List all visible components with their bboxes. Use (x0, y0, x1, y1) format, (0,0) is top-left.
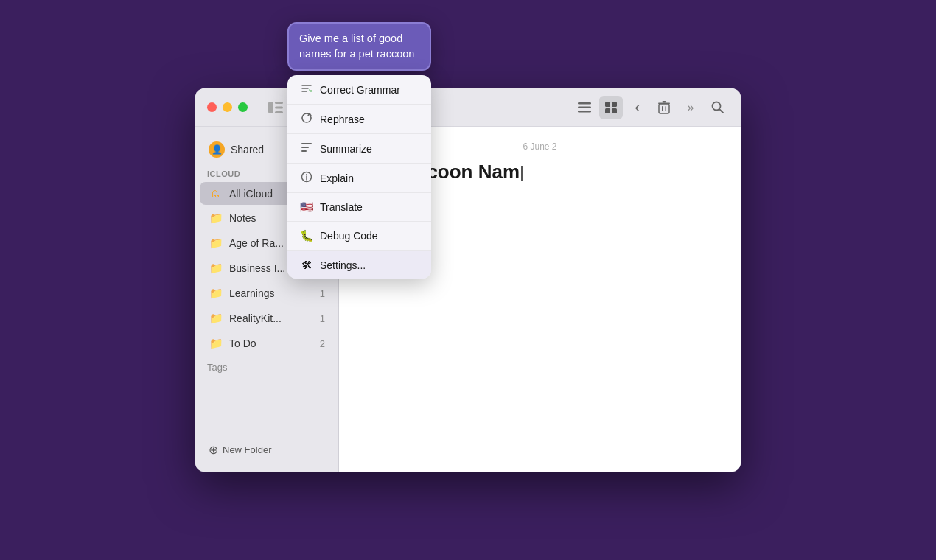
sidebar-toggle-button[interactable] (265, 97, 286, 118)
svg-rect-14 (658, 102, 670, 104)
sidebar-item-learnings[interactable]: 📁 Learnings 1 (200, 281, 334, 305)
svg-rect-1 (275, 102, 283, 104)
sidebar-learnings-count: 1 (315, 288, 325, 299)
folder-icon-todo: 📁 (209, 337, 223, 350)
summarize-item[interactable]: Summarize (287, 134, 431, 164)
rephrase-label: Rephrase (320, 113, 365, 125)
svg-point-22 (306, 174, 307, 175)
ai-input-text[interactable]: Give me a list of good names for a pet r… (299, 31, 419, 62)
translate-icon: 🇺🇸 (299, 200, 314, 214)
sidebar-item-learnings-label: Learnings (229, 287, 309, 299)
debug-code-icon: 🐛 (299, 229, 314, 242)
debug-code-label: Debug Code (320, 230, 378, 242)
rephrase-item[interactable]: Rephrase (287, 105, 431, 134)
text-cursor (521, 166, 523, 181)
svg-rect-15 (663, 101, 666, 103)
svg-rect-3 (275, 111, 283, 113)
toolbar-icons: ‹ » (573, 96, 729, 119)
settings-item[interactable]: 🛠 Settings... (287, 251, 431, 279)
folder-icon-age: 📁 (209, 237, 223, 250)
svg-rect-11 (659, 104, 669, 113)
ai-menu: Correct Grammar Rephrase Summarize (287, 75, 431, 279)
ai-popup: Give me a list of good names for a pet r… (287, 22, 431, 279)
folder-icon-notes: 📁 (209, 211, 223, 225)
delete-button[interactable] (652, 96, 676, 119)
svg-rect-0 (268, 102, 273, 113)
window-body: 👤 Shared 1 iCloud 🗂 All iCloud 70 📁 Note… (195, 127, 741, 472)
svg-rect-19 (301, 147, 309, 148)
more-button[interactable]: » (679, 96, 702, 119)
svg-rect-5 (578, 106, 591, 108)
list-view-button[interactable] (573, 96, 596, 119)
sidebar-todo-count: 2 (315, 338, 325, 349)
sidebar-item-realitykit-label: RealityKit... (229, 312, 309, 324)
svg-rect-9 (605, 108, 610, 113)
new-folder-label: New Folder (223, 444, 271, 455)
summarize-label: Summarize (320, 143, 372, 155)
svg-rect-13 (666, 106, 667, 111)
correct-grammar-item[interactable]: Correct Grammar (287, 75, 431, 105)
svg-rect-12 (662, 106, 663, 111)
explain-item[interactable]: Explain (287, 164, 431, 193)
explain-label: Explain (320, 172, 354, 184)
settings-icon: 🛠 (299, 259, 314, 271)
shared-icon: 👤 (209, 141, 225, 158)
translate-label: Translate (320, 201, 363, 213)
new-folder-icon: ⊕ (209, 443, 218, 457)
svg-rect-7 (605, 102, 610, 107)
tags-label: Tags (195, 356, 338, 376)
search-button[interactable] (705, 96, 729, 119)
summarize-icon (299, 141, 314, 155)
main-window: ‹ » (195, 88, 741, 472)
svg-rect-4 (578, 102, 591, 105)
svg-rect-8 (612, 102, 617, 107)
sidebar-item-realitykit[interactable]: 📁 RealityKit... 1 (200, 307, 334, 330)
explain-icon (299, 171, 314, 185)
rephrase-icon (299, 112, 314, 126)
sidebar-realitykit-count: 1 (315, 313, 325, 324)
svg-rect-20 (301, 150, 307, 152)
settings-label: Settings... (320, 259, 366, 271)
sidebar-item-todo-label: To Do (229, 337, 309, 349)
new-folder-button[interactable]: ⊕ New Folder (200, 437, 334, 463)
debug-code-item[interactable]: 🐛 Debug Code (287, 222, 431, 251)
svg-rect-10 (612, 108, 617, 113)
folder-icon-learnings: 📁 (209, 287, 223, 300)
svg-rect-18 (301, 143, 312, 144)
svg-rect-6 (578, 111, 591, 113)
sidebar-item-todo[interactable]: 📁 To Do 2 (200, 332, 334, 355)
grid-view-button[interactable] (599, 96, 623, 119)
correct-grammar-icon (299, 83, 314, 97)
titlebar: ‹ » (195, 88, 741, 127)
ai-input-container[interactable]: Give me a list of good names for a pet r… (287, 22, 431, 71)
folder-icon: 🗂 (209, 187, 223, 200)
folder-icon-business: 📁 (209, 262, 223, 275)
traffic-lights (207, 102, 248, 112)
folder-icon-realitykit: 📁 (209, 312, 223, 325)
back-button[interactable]: ‹ (626, 96, 649, 119)
translate-item[interactable]: 🇺🇸 Translate (287, 193, 431, 222)
svg-line-17 (719, 109, 723, 113)
minimize-button[interactable] (223, 102, 232, 112)
correct-grammar-label: Correct Grammar (320, 84, 400, 96)
svg-rect-2 (275, 106, 283, 108)
maximize-button[interactable] (238, 102, 248, 112)
close-button[interactable] (207, 102, 217, 112)
